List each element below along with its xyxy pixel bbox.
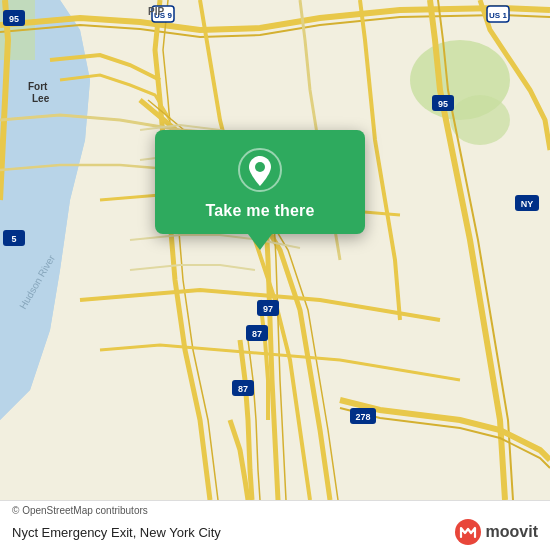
- map-container: Hudson River 95 US 9 US 1 95 5 NY 97 87 …: [0, 0, 550, 500]
- moovit-text: moovit: [486, 523, 538, 541]
- svg-point-31: [255, 162, 265, 172]
- location-line: Nyct Emergency Exit, New York City moovi…: [12, 518, 538, 546]
- svg-text:278: 278: [355, 412, 370, 422]
- take-me-there-button[interactable]: Take me there: [205, 202, 314, 220]
- moovit-icon: [454, 518, 482, 546]
- svg-text:87: 87: [252, 329, 262, 339]
- svg-text:Fort: Fort: [28, 81, 48, 92]
- svg-text:US 1: US 1: [489, 11, 507, 20]
- copyright-line: © OpenStreetMap contributors: [12, 505, 538, 516]
- svg-text:87: 87: [238, 384, 248, 394]
- bottom-bar: © OpenStreetMap contributors Nyct Emerge…: [0, 500, 550, 550]
- svg-text:5: 5: [11, 234, 16, 244]
- svg-text:NY: NY: [521, 199, 534, 209]
- svg-point-32: [455, 519, 481, 545]
- copyright-symbol: ©: [12, 505, 19, 516]
- location-pin-icon: [238, 148, 282, 192]
- svg-text:PIP: PIP: [148, 6, 164, 17]
- svg-text:95: 95: [438, 99, 448, 109]
- map-svg: Hudson River 95 US 9 US 1 95 5 NY 97 87 …: [0, 0, 550, 500]
- svg-point-4: [450, 95, 510, 145]
- svg-text:97: 97: [263, 304, 273, 314]
- svg-text:95: 95: [9, 14, 19, 24]
- copyright-text: OpenStreetMap contributors: [22, 505, 148, 516]
- location-text: Nyct Emergency Exit, New York City: [12, 525, 221, 540]
- moovit-logo: moovit: [454, 518, 538, 546]
- svg-text:Lee: Lee: [32, 93, 50, 104]
- popup-card: Take me there: [155, 130, 365, 234]
